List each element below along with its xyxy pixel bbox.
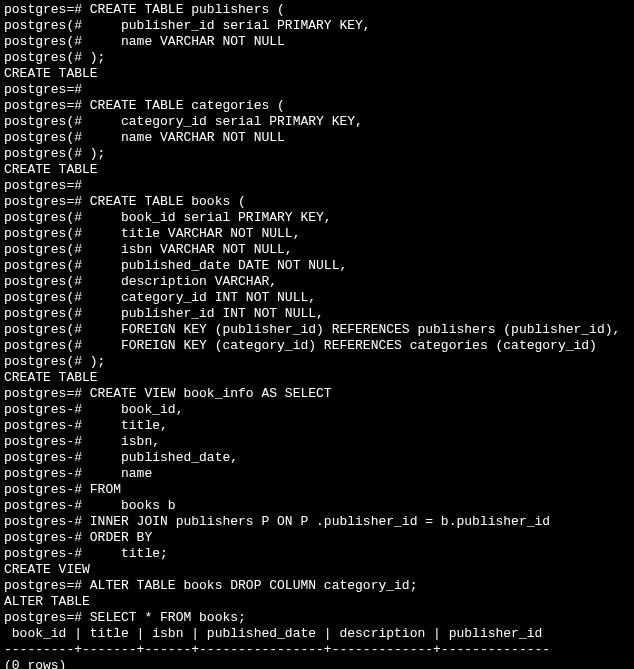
terminal-line: postgres(# );: [4, 354, 630, 370]
terminal-line: postgres(# FOREIGN KEY (category_id) REF…: [4, 338, 630, 354]
terminal-line: postgres(# name VARCHAR NOT NULL: [4, 130, 630, 146]
terminal-line: postgres(# category_id serial PRIMARY KE…: [4, 114, 630, 130]
terminal-line: postgres-# INNER JOIN publishers P ON P …: [4, 514, 630, 530]
terminal-line: book_id | title | isbn | published_date …: [4, 626, 630, 642]
terminal-line: CREATE TABLE: [4, 370, 630, 386]
terminal-line: postgres=# SELECT * FROM books;: [4, 610, 630, 626]
terminal-line: postgres=# ALTER TABLE books DROP COLUMN…: [4, 578, 630, 594]
terminal-line: postgres-# title,: [4, 418, 630, 434]
terminal-line: postgres(# title VARCHAR NOT NULL,: [4, 226, 630, 242]
terminal-line: postgres-# FROM: [4, 482, 630, 498]
terminal-line: ALTER TABLE: [4, 594, 630, 610]
terminal-line: postgres(# isbn VARCHAR NOT NULL,: [4, 242, 630, 258]
terminal-line: postgres=# CREATE VIEW book_info AS SELE…: [4, 386, 630, 402]
terminal-line: ---------+-------+------+---------------…: [4, 642, 630, 658]
terminal-line: CREATE TABLE: [4, 66, 630, 82]
terminal-output[interactable]: postgres=# CREATE TABLE publishers (post…: [0, 0, 634, 669]
terminal-line: (0 rows): [4, 658, 630, 669]
terminal-line: postgres(# publisher_id INT NOT NULL,: [4, 306, 630, 322]
terminal-line: postgres(# );: [4, 146, 630, 162]
terminal-line: postgres(# );: [4, 50, 630, 66]
terminal-line: CREATE VIEW: [4, 562, 630, 578]
terminal-line: postgres-# published_date,: [4, 450, 630, 466]
terminal-line: postgres(# name VARCHAR NOT NULL: [4, 34, 630, 50]
terminal-line: postgres(# FOREIGN KEY (publisher_id) RE…: [4, 322, 630, 338]
terminal-line: postgres-# book_id,: [4, 402, 630, 418]
terminal-line: postgres-# books b: [4, 498, 630, 514]
terminal-line: postgres-# name: [4, 466, 630, 482]
terminal-line: postgres-# isbn,: [4, 434, 630, 450]
terminal-line: postgres=#: [4, 178, 630, 194]
terminal-line: CREATE TABLE: [4, 162, 630, 178]
terminal-line: postgres(# publisher_id serial PRIMARY K…: [4, 18, 630, 34]
terminal-line: postgres(# book_id serial PRIMARY KEY,: [4, 210, 630, 226]
terminal-line: postgres=# CREATE TABLE categories (: [4, 98, 630, 114]
terminal-line: postgres-# ORDER BY: [4, 530, 630, 546]
terminal-line: postgres(# published_date DATE NOT NULL,: [4, 258, 630, 274]
terminal-line: postgres=# CREATE TABLE publishers (: [4, 2, 630, 18]
terminal-line: postgres=#: [4, 82, 630, 98]
terminal-line: postgres=# CREATE TABLE books (: [4, 194, 630, 210]
terminal-line: postgres(# category_id INT NOT NULL,: [4, 290, 630, 306]
terminal-line: postgres(# description VARCHAR,: [4, 274, 630, 290]
terminal-line: postgres-# title;: [4, 546, 630, 562]
